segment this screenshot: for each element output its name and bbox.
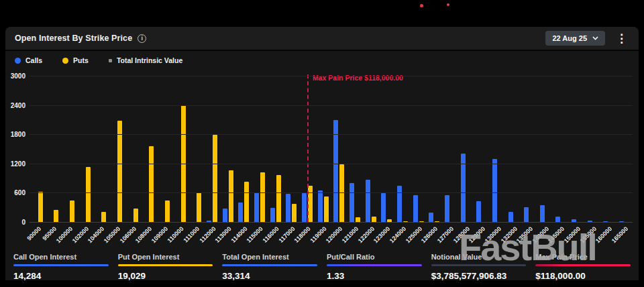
bar-group [189, 76, 205, 222]
bar-group [616, 76, 633, 222]
stat-label: Max Pain Price [535, 253, 631, 261]
x-axis-tick-label: 129000 [468, 225, 486, 244]
bar-group [268, 76, 284, 222]
chart-plot-area: Max Pain Price $118,000.00 [30, 76, 633, 223]
bar-group [125, 76, 141, 222]
notification-dot-icon [447, 3, 449, 6]
x-axis-tick-label: 128000 [451, 225, 470, 244]
x-axis-tick-label: 100000 [55, 225, 74, 244]
x-axis-tick-label: 105000 [103, 225, 121, 244]
y-axis-tick-label: 3000 [7, 72, 25, 80]
puts-bar [86, 167, 91, 222]
puts-bar [165, 200, 170, 222]
y-axis-tick-label: 1200 [7, 160, 25, 168]
x-axis-tick-label: 109000 [150, 225, 169, 244]
stat-max-pain-price: Max Pain Price $118,000.00 [535, 253, 631, 281]
puts-bar [213, 135, 217, 222]
stat-value: 1.33 [327, 271, 422, 281]
bar-group [458, 76, 474, 222]
stat-underline [222, 264, 317, 266]
bar-group [77, 76, 93, 222]
bar-group [172, 76, 189, 222]
calls-bar [254, 192, 259, 222]
x-axis-tick-label: 104000 [87, 225, 105, 244]
stat-value: $3,785,577,906.83 [431, 271, 527, 281]
puts-bar [356, 217, 360, 222]
bar-group [569, 76, 585, 222]
puts-bar [101, 212, 106, 222]
x-axis-tick-label: 120000 [325, 225, 343, 244]
top-bar [0, 0, 644, 27]
calls-bar [572, 219, 576, 222]
gridline [30, 192, 633, 193]
stat-notional-value: Notional Value $3,785,577,906.83 [431, 253, 527, 281]
calls-bar [350, 183, 354, 222]
stat-underline [535, 264, 631, 266]
calls-bar [588, 221, 592, 222]
puts-marker-icon [62, 58, 68, 64]
calls-bar [508, 212, 513, 222]
date-selector-label: 22 Aug 25 [552, 34, 587, 42]
gridline [30, 76, 633, 76]
stat-underline [13, 264, 109, 266]
bar-group [61, 76, 77, 222]
x-axis-tick-label: 112000 [198, 225, 217, 244]
notification-dot-icon [420, 4, 423, 7]
x-axis-tick-label: 123000 [372, 225, 391, 244]
calls-bar [270, 208, 275, 222]
x-axis-tick-label: 102000 [71, 225, 90, 244]
bar-group [394, 76, 411, 222]
info-icon[interactable]: i [138, 34, 146, 43]
more-options-icon[interactable]: ⋮ [614, 32, 629, 46]
stat-underline [118, 264, 213, 266]
legend-item-total-intrinsic-value[interactable]: Total Intrinsic Value [109, 56, 182, 64]
bar-group [490, 76, 506, 222]
puts-bar [276, 175, 281, 222]
x-axis-tick-label: 130000 [484, 225, 502, 244]
stat-value: 33,314 [222, 271, 317, 281]
bar-chart: Max Pain Price $118,000.00 0600120018002… [7, 70, 635, 223]
puts-bar [197, 192, 201, 222]
stat-label: Put Open Interest [118, 253, 213, 261]
legend-item-puts[interactable]: Puts [62, 56, 89, 64]
bar-group [141, 76, 157, 222]
x-axis-tick-label: 155000 [579, 225, 598, 244]
bar-group [553, 76, 570, 222]
bar-group [156, 76, 172, 222]
calls-bar [286, 194, 290, 222]
x-axis-tick-label: 121000 [341, 225, 360, 244]
puts-bar [435, 221, 439, 222]
bar-group [442, 76, 458, 222]
x-axis-tick-label: 126000 [420, 225, 439, 244]
stats-row: Call Open Interest 14,284 Put Open Inter… [5, 248, 639, 281]
puts-bar [403, 221, 408, 222]
stat-value: 19,029 [118, 271, 213, 281]
puts-bar [54, 210, 58, 222]
gridline [30, 105, 633, 106]
legend-item-calls[interactable]: Calls [15, 56, 42, 64]
bar-group [521, 76, 537, 222]
bar-group [236, 76, 252, 222]
stat-value: 14,284 [13, 271, 109, 281]
legend-label: Puts [73, 56, 89, 64]
puts-bar [372, 217, 376, 222]
calls-bar [223, 209, 227, 222]
x-axis-tick-label: 127000 [436, 225, 455, 244]
x-axis-tick-label: 140000 [531, 225, 550, 244]
calls-bar [413, 195, 418, 222]
x-axis-tick-label: 115000 [246, 225, 264, 244]
stat-put-call-ratio: Put/Call Ratio 1.33 [327, 253, 422, 281]
bar-group [474, 76, 490, 222]
stat-label: Call Open Interest [13, 253, 109, 261]
calls-bar [397, 186, 402, 223]
x-axis-tick-label: 165000 [610, 225, 629, 244]
stat-underline [431, 264, 527, 266]
gridline [30, 134, 633, 135]
date-selector[interactable]: 22 Aug 25 [545, 31, 605, 46]
calls-bar [302, 193, 307, 222]
page-title: Open Interest By Strike Price [15, 34, 132, 43]
bar-group [220, 76, 236, 222]
x-axis-tick-label: 118000 [293, 225, 312, 244]
legend-label: Calls [25, 56, 42, 64]
x-axis-tick-label: 145000 [547, 225, 566, 244]
